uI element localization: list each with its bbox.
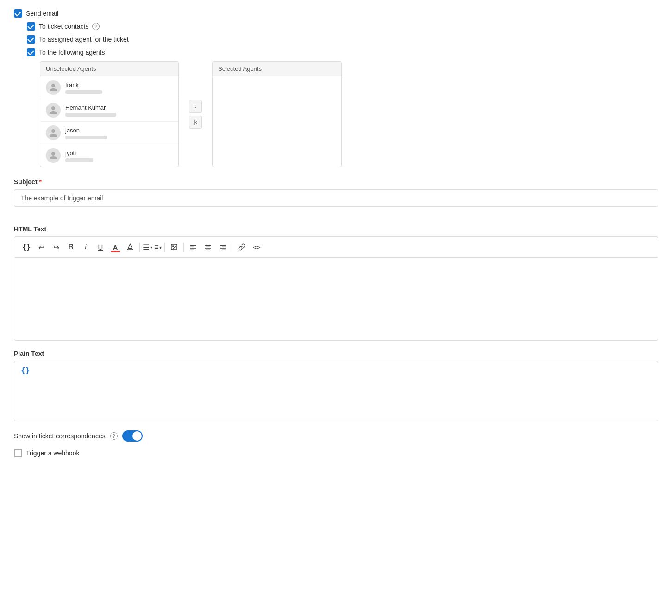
unselected-agents-panel: Unselected Agents frank Hemant Kumar (40, 61, 179, 167)
unselected-agents-header: Unselected Agents (40, 62, 178, 76)
plain-text-variable-icon[interactable]: {} (21, 366, 30, 375)
link-button[interactable] (235, 241, 248, 254)
subject-section: Subject * (14, 178, 658, 216)
agent-info: frank (65, 81, 102, 94)
trigger-webhook-label: Trigger a webhook (26, 449, 79, 457)
highlight-button[interactable] (124, 241, 137, 254)
agent-item[interactable]: jyoti (40, 144, 178, 167)
italic-button[interactable]: i (79, 241, 92, 254)
numbered-list-button[interactable]: ≡ ▾ (154, 243, 162, 251)
agent-info: Hemant Kumar (65, 104, 116, 117)
plain-text-section: Plain Text {} (14, 350, 658, 421)
variable-button[interactable]: {} (20, 241, 33, 254)
plain-text-editor[interactable]: {} (14, 361, 658, 421)
agent-avatar (46, 103, 61, 118)
move-all-left-button[interactable]: |‹ (189, 116, 202, 129)
move-left-button[interactable]: ‹ (189, 100, 202, 113)
editor-toolbar: {} ↩ ↪ B i U A ☰ ▾ ≡ ▾ (14, 236, 658, 257)
ticket-contacts-label: To ticket contacts (39, 23, 88, 30)
agent-item[interactable]: jason (40, 122, 178, 144)
agent-avatar (46, 148, 61, 163)
show-in-ticket-row: Show in ticket correspondences ? (14, 430, 658, 442)
agent-info: jason (65, 127, 107, 139)
agent-name: frank (65, 81, 102, 88)
show-in-ticket-toggle[interactable] (122, 430, 143, 442)
agent-email-bar (65, 90, 102, 94)
agent-email-bar (65, 113, 116, 117)
html-editor-body[interactable] (14, 257, 658, 341)
required-indicator: * (39, 178, 42, 186)
code-button[interactable]: <> (250, 241, 263, 254)
agent-name: jyoti (65, 149, 93, 156)
agent-email-bar (65, 158, 93, 162)
send-email-checkbox[interactable] (14, 9, 22, 18)
underline-button[interactable]: U (94, 241, 107, 254)
toolbar-divider (164, 243, 165, 252)
align-right-button[interactable] (216, 241, 229, 254)
bullet-list-button[interactable]: ☰ ▾ (143, 243, 152, 252)
ticket-contacts-row: To ticket contacts ? (27, 22, 658, 31)
subject-input[interactable] (14, 189, 658, 207)
show-in-ticket-label: Show in ticket correspondences (14, 432, 106, 440)
trigger-webhook-row: Trigger a webhook (14, 449, 658, 457)
ticket-contacts-help-icon[interactable]: ? (92, 23, 100, 30)
transfer-buttons: ‹ |‹ (186, 61, 205, 167)
assigned-agent-row: To assigned agent for the ticket (27, 35, 658, 44)
subject-label: Subject * (14, 178, 658, 186)
text-color-button[interactable]: A (109, 241, 122, 254)
html-text-section: HTML Text {} ↩ ↪ B i U A ☰ ▾ ≡ (14, 225, 658, 341)
trigger-webhook-checkbox[interactable] (14, 449, 22, 457)
agents-transfer-widget: Unselected Agents frank Hemant Kumar (40, 61, 658, 167)
align-left-button[interactable] (187, 241, 200, 254)
svg-point-2 (173, 246, 174, 247)
send-email-row: Send email (14, 9, 658, 18)
assigned-agent-checkbox[interactable] (27, 35, 35, 44)
image-button[interactable] (168, 241, 181, 254)
html-text-label: HTML Text (14, 225, 658, 233)
selected-agents-header: Selected Agents (213, 62, 341, 76)
assigned-agent-label: To assigned agent for the ticket (39, 36, 129, 43)
bold-button[interactable]: B (64, 241, 77, 254)
redo-button[interactable]: ↪ (50, 241, 63, 254)
agent-name: Hemant Kumar (65, 104, 116, 111)
following-agents-label: To the following agents (39, 49, 105, 56)
plain-text-label: Plain Text (14, 350, 658, 357)
toolbar-divider (232, 243, 232, 252)
agent-item[interactable]: Hemant Kumar (40, 99, 178, 122)
ticket-contacts-checkbox[interactable] (27, 22, 35, 31)
agent-avatar (46, 125, 61, 140)
toolbar-divider (139, 243, 140, 252)
selected-agents-panel: Selected Agents (212, 61, 342, 167)
align-center-button[interactable] (201, 241, 214, 254)
agent-info: jyoti (65, 149, 93, 162)
following-agents-row: To the following agents (27, 48, 658, 56)
show-in-ticket-help-icon[interactable]: ? (110, 432, 118, 440)
agent-item[interactable]: frank (40, 76, 178, 99)
agent-avatar (46, 80, 61, 95)
following-agents-checkbox[interactable] (27, 48, 35, 56)
send-email-label: Send email (26, 10, 58, 17)
agent-name: jason (65, 127, 107, 134)
toggle-thumb (132, 431, 142, 441)
toolbar-divider (183, 243, 184, 252)
undo-button[interactable]: ↩ (35, 241, 48, 254)
agent-email-bar (65, 136, 107, 139)
